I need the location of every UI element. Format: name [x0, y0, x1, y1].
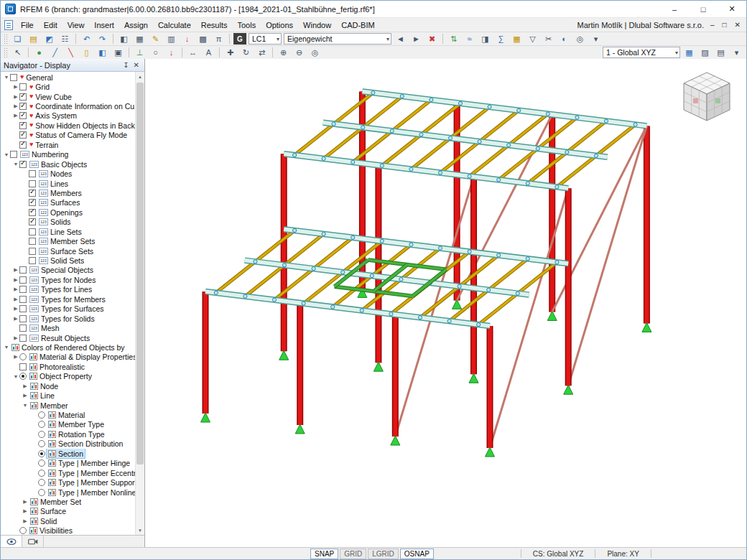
- checkbox[interactable]: [19, 131, 27, 139]
- surface-tool-button[interactable]: ▯: [79, 47, 94, 59]
- node-marker[interactable]: [468, 250, 471, 253]
- node-marker[interactable]: [526, 257, 529, 261]
- menu-tools[interactable]: Tools: [232, 19, 261, 31]
- node-marker[interactable]: [418, 316, 422, 319]
- checkbox[interactable]: [10, 151, 17, 158]
- visibility-filter-button[interactable]: ▽: [525, 33, 540, 45]
- member-tool-button[interactable]: ╲: [63, 47, 78, 59]
- coordinate-system-status[interactable]: CS: Global XYZ: [529, 550, 588, 558]
- move-copy-button[interactable]: ✚: [223, 47, 238, 59]
- menu-window[interactable]: Window: [298, 19, 336, 31]
- checkbox[interactable]: [29, 248, 36, 255]
- pin-icon[interactable]: ↧: [121, 61, 131, 69]
- mdi-close-button[interactable]: ✕: [733, 21, 742, 29]
- scrollbar-track[interactable]: [136, 81, 144, 526]
- tree-item-node[interactable]: ▶Node: [1, 381, 135, 391]
- tree-item-label[interactable]: Section: [58, 449, 83, 458]
- tree-item-label[interactable]: Line Sets: [50, 228, 82, 236]
- maximize-button[interactable]: □: [689, 1, 718, 17]
- tree-item-object-property[interactable]: ▼Object Property: [1, 372, 135, 381]
- node-marker[interactable]: [312, 267, 315, 271]
- checkbox[interactable]: [19, 141, 27, 149]
- node-marker[interactable]: [302, 302, 305, 305]
- mdi-restore-button[interactable]: □: [721, 21, 728, 29]
- expander-icon[interactable]: ▶: [12, 335, 19, 341]
- tree-item-label[interactable]: Node: [40, 382, 58, 391]
- menu-results[interactable]: Results: [196, 19, 233, 31]
- node-marker[interactable]: [341, 271, 345, 274]
- expander-icon[interactable]: ▶: [12, 84, 19, 90]
- previous-load-case-button[interactable]: ◄: [393, 33, 408, 45]
- tree-item-special-objects[interactable]: ▶123Special Objects: [1, 266, 135, 275]
- tree-item-basic-objects[interactable]: ▼123Basic Objects: [1, 159, 135, 169]
- tree-item-mesh[interactable]: 123Mesh: [1, 323, 135, 332]
- tree-item-result-objects[interactable]: ▶123Result Objects: [1, 333, 135, 342]
- chevron-down-icon[interactable]: ▾: [384, 36, 389, 42]
- support-cone[interactable]: [642, 322, 651, 332]
- support-cone[interactable]: [295, 424, 305, 434]
- checkbox[interactable]: [19, 266, 27, 274]
- expander-icon[interactable]: ▶: [22, 393, 29, 398]
- tree-item-member-set[interactable]: ▶Member Set: [1, 497, 135, 506]
- tree-item-types-for-surfaces[interactable]: ▶123Types for Surfaces: [1, 304, 135, 314]
- node-marker[interactable]: [604, 119, 608, 123]
- tree-item-label[interactable]: Line: [40, 391, 55, 400]
- tree-item-solid-sets[interactable]: 123Solid Sets: [1, 256, 135, 265]
- node-marker[interactable]: [380, 239, 384, 243]
- tree-item-member-sets[interactable]: 123Member Sets: [1, 236, 135, 246]
- expander-icon[interactable]: ▶: [12, 297, 19, 302]
- support-cone[interactable]: [453, 299, 462, 309]
- tables-button[interactable]: ▦: [132, 33, 147, 45]
- menu-file[interactable]: File: [16, 19, 39, 31]
- zoom-out-button[interactable]: ⊖: [292, 47, 307, 59]
- checkbox[interactable]: [19, 93, 27, 101]
- tree-item-surfaces[interactable]: 123Surfaces: [1, 198, 135, 207]
- brace-member[interactable]: [490, 188, 568, 448]
- close-icon[interactable]: ✕: [131, 61, 141, 69]
- tree-item-surface[interactable]: ▶Surface: [1, 507, 135, 516]
- node-marker[interactable]: [516, 291, 519, 295]
- node-marker[interactable]: [447, 319, 451, 323]
- radio-button[interactable]: [38, 450, 45, 457]
- tree-item-member[interactable]: ▼Member: [1, 401, 135, 410]
- tree-item-label[interactable]: Section Distribution: [58, 439, 123, 448]
- tree-item-type-member-hinge[interactable]: Type | Member Hinge: [1, 459, 135, 468]
- tree-item-general[interactable]: ▼♥General: [1, 73, 135, 82]
- show-loads-button[interactable]: ⇅: [446, 33, 461, 45]
- node-marker[interactable]: [409, 243, 413, 246]
- tree-item-show-hidden-objects-in-backg[interactable]: ♥Show Hidden Objects in Backg...: [1, 121, 135, 130]
- node-marker[interactable]: [497, 178, 501, 182]
- work-plane-xy-button[interactable]: ▦: [682, 47, 697, 59]
- radio-button[interactable]: [19, 527, 27, 534]
- node-marker[interactable]: [254, 260, 257, 263]
- node-marker[interactable]: [458, 101, 462, 105]
- save-file-button[interactable]: ◩: [42, 33, 57, 45]
- navigator-header[interactable]: Navigator - Display ↧ ✕: [1, 59, 144, 72]
- tree-item-colors-of-rendered-objects-by[interactable]: ▼Colors of Rendered Objects by: [1, 342, 135, 352]
- chevron-down-icon[interactable]: ▾: [673, 50, 678, 56]
- minimize-button[interactable]: –: [660, 1, 689, 17]
- tree-item-label[interactable]: Object Property: [40, 372, 92, 381]
- tree-item-label[interactable]: Coordinate Information on Cu...: [35, 102, 135, 111]
- node-marker[interactable]: [448, 136, 452, 140]
- tree-item-section[interactable]: Section: [1, 449, 135, 458]
- node-marker[interactable]: [517, 108, 521, 112]
- expander-icon[interactable]: ▶: [12, 286, 19, 292]
- new-file-button[interactable]: ❏: [10, 33, 25, 45]
- node-tool-button[interactable]: ●: [32, 47, 47, 59]
- node-marker[interactable]: [555, 185, 559, 189]
- expander-icon[interactable]: ▶: [12, 354, 19, 360]
- status-toggle-lgrid[interactable]: LGRID: [368, 549, 399, 559]
- node-marker[interactable]: [488, 105, 491, 108]
- load-case-name-combo[interactable]: Eigengewicht▾: [284, 33, 391, 45]
- tree-item-label[interactable]: Show Hidden Objects in Backg...: [35, 121, 135, 130]
- expander-icon[interactable]: ▶: [22, 508, 29, 514]
- result-tables-button[interactable]: ◨: [478, 33, 493, 45]
- tree-item-label[interactable]: Member Type: [58, 420, 104, 429]
- scroll-up-icon[interactable]: ▲: [136, 72, 144, 81]
- node-marker[interactable]: [419, 133, 423, 136]
- radio-button[interactable]: [38, 411, 45, 419]
- tree-item-visibilities[interactable]: Visibilities: [1, 526, 135, 535]
- expander-icon[interactable]: ▶: [12, 113, 19, 118]
- tree-item-types-for-nodes[interactable]: ▶123Types for Nodes: [1, 275, 135, 284]
